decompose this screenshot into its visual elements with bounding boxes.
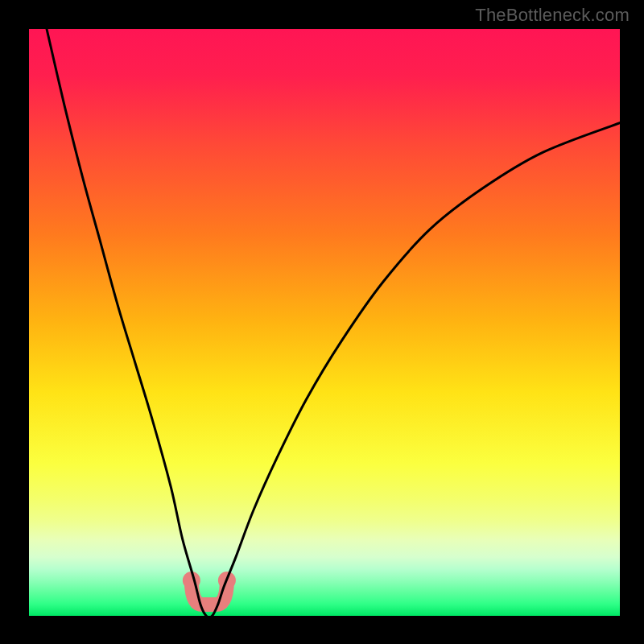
plot-area: [29, 29, 620, 616]
bottleneck-curve-path: [47, 29, 620, 616]
watermark-text: TheBottleneck.com: [475, 5, 630, 26]
bottleneck-curve-svg: [29, 29, 620, 616]
